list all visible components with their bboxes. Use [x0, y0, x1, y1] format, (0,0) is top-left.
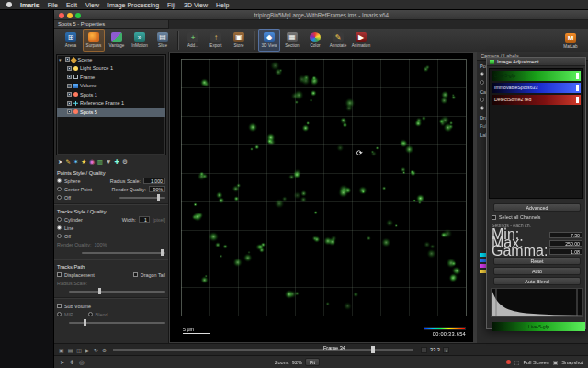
- star-tool-icon[interactable]: ★: [81, 155, 86, 167]
- legend-chip[interactable]: [480, 264, 486, 268]
- displacement-checkbox[interactable]: [57, 272, 62, 277]
- menu-file[interactable]: File: [48, 0, 58, 10]
- blend-radio[interactable]: [88, 312, 93, 316]
- range-handle[interactable]: [576, 85, 579, 91]
- sphere-radio[interactable]: [57, 178, 62, 183]
- loop-icon[interactable]: ↻: [94, 347, 98, 353]
- advanced-button[interactable]: Advanced: [493, 203, 581, 212]
- points-off-radio[interactable]: [57, 195, 62, 200]
- statistics-tool-icon[interactable]: ▥: [97, 155, 103, 167]
- play-icon[interactable]: ▶: [85, 347, 90, 353]
- visibility-checkbox[interactable]: [67, 66, 72, 71]
- settings-tool-icon[interactable]: ⚙: [122, 155, 128, 167]
- frame-slider[interactable]: Frame 34: [113, 349, 413, 351]
- channel-strip-green[interactable]: Live-5-gfp: [492, 71, 581, 81]
- reset-button[interactable]: Reset: [493, 257, 581, 265]
- toolbar-inmotion[interactable]: » InMotion: [129, 29, 151, 52]
- expander-icon[interactable]: ▾: [59, 57, 63, 63]
- channel-strip-red[interactable]: DetectSome2 red: [492, 95, 581, 105]
- select-all-channels-checkbox[interactable]: [492, 215, 496, 220]
- camera-perspective-radio[interactable]: [480, 98, 484, 102]
- color-tool-icon[interactable]: ◉: [89, 155, 95, 167]
- legend-chip[interactable]: [480, 259, 486, 262]
- gamma-input[interactable]: 1.08: [549, 248, 582, 255]
- visibility-checkbox[interactable]: [67, 109, 72, 114]
- mip-radio[interactable]: [57, 312, 62, 316]
- legend-chip[interactable]: [480, 270, 486, 273]
- image-adjustment-window[interactable]: Image Adjustment Live-5-gfp ImmovableSpo…: [486, 57, 586, 329]
- channel-histogram[interactable]: [491, 288, 583, 317]
- legend-chip[interactable]: [480, 253, 486, 257]
- pencil-tool-icon[interactable]: ✎: [65, 155, 70, 167]
- sub-volume-slider[interactable]: [69, 322, 165, 324]
- time-settings-icon[interactable]: ⚙: [102, 347, 107, 353]
- menu-image-processing[interactable]: Image Processing: [107, 0, 159, 10]
- toolbar-store[interactable]: ▣ Store: [228, 29, 250, 52]
- toolbar-color[interactable]: Color: [304, 29, 326, 52]
- pointer-navigate-radio[interactable]: [480, 80, 484, 85]
- toolbar-animation[interactable]: ▶ Animation: [350, 29, 372, 52]
- menu-help[interactable]: Help: [216, 0, 229, 10]
- pointer-tool-icon[interactable]: ➤: [58, 155, 62, 167]
- window-titlebar[interactable]: tripingBin5MyLarge-WithRefFrames.ims - I…: [54, 10, 588, 20]
- toolbar-matlab[interactable]: M MatLab: [560, 29, 582, 52]
- image-adjustment-titlebar[interactable]: Image Adjustment: [487, 58, 585, 66]
- tree-item-frame[interactable]: Frame: [57, 73, 165, 82]
- tree-item-reference-frame[interactable]: Reference Frame 1: [57, 99, 165, 109]
- movie-icon[interactable]: ▤: [68, 347, 74, 353]
- tree-item-volume[interactable]: Volume: [57, 82, 165, 91]
- edit-tool-icon[interactable]: ✚: [114, 155, 119, 167]
- menu-3d-view[interactable]: 3D View: [184, 0, 208, 10]
- pointer-select-radio[interactable]: [480, 72, 484, 76]
- pointer-mode-icon[interactable]: ➤: [60, 359, 64, 366]
- record-icon[interactable]: [506, 360, 511, 364]
- range-handle[interactable]: [576, 73, 579, 79]
- dragon-tail-checkbox[interactable]: [133, 272, 138, 277]
- toolbar-3d-view[interactable]: ◆ 3D View: [258, 29, 280, 52]
- render-quality-slider[interactable]: [119, 197, 165, 199]
- pan-mode-icon[interactable]: ✥: [69, 359, 74, 366]
- frame-slider-thumb[interactable]: [371, 346, 375, 353]
- menu-fiji[interactable]: Fiji: [167, 0, 175, 10]
- visibility-checkbox[interactable]: [67, 84, 72, 88]
- render-quality-input[interactable]: 90%: [149, 186, 165, 192]
- snapshot-button[interactable]: Snapshot: [561, 360, 583, 365]
- range-handle[interactable]: [576, 97, 579, 103]
- radius-scale-input[interactable]: 1.000: [143, 178, 165, 184]
- camera-orthogonal-radio[interactable]: [480, 106, 484, 110]
- snapshot-icon[interactable]: ▣: [59, 347, 64, 353]
- frame-minus-button[interactable]: −: [421, 347, 427, 353]
- toolbar-surpass[interactable]: Surpass: [83, 29, 105, 52]
- tracks-off-radio[interactable]: [57, 234, 62, 238]
- tree-item-spots-1[interactable]: Spots 1: [57, 90, 165, 99]
- path-radius-slider[interactable]: [69, 291, 165, 293]
- min-input[interactable]: 7.30: [549, 232, 582, 238]
- visibility-checkbox[interactable]: [67, 75, 72, 79]
- menu-edit[interactable]: Edit: [66, 0, 77, 10]
- toolbar-arena[interactable]: ⊞ Arena: [60, 29, 82, 52]
- toolbar-slice[interactable]: ▤ Slice: [152, 29, 174, 52]
- center-point-radio[interactable]: [57, 187, 62, 191]
- wand-tool-icon[interactable]: ✶: [74, 155, 78, 167]
- zoom-mode-icon[interactable]: ◎: [79, 359, 85, 366]
- cylinder-radio[interactable]: [57, 217, 62, 222]
- visibility-checkbox[interactable]: [67, 92, 72, 97]
- filter-tool-icon[interactable]: ▼: [106, 155, 111, 167]
- tree-item-light-source[interactable]: Light Source 1: [57, 64, 165, 74]
- full-screen-button[interactable]: Full Screen: [523, 360, 548, 365]
- toolbar-add[interactable]: + Add...: [182, 29, 204, 52]
- line-radio[interactable]: [57, 225, 62, 230]
- toolbar-annotate[interactable]: ✎ Annotate: [327, 29, 349, 52]
- channel-strip-blue[interactable]: ImmovableSpots633: [492, 83, 581, 93]
- toolbar-vantage[interactable]: Vantage: [106, 29, 128, 52]
- save-frame-icon[interactable]: ◫: [76, 347, 82, 353]
- toolbar-export[interactable]: ↑ Export: [205, 29, 227, 52]
- visibility-checkbox[interactable]: [67, 101, 72, 106]
- viewport-3d[interactable]: ⟳ 5 μm 00:00:33.654: [169, 52, 474, 343]
- selected-channel-strip[interactable]: Live-5-gfp: [492, 322, 585, 331]
- sub-volume-checkbox[interactable]: [57, 304, 62, 308]
- tree-item-scene[interactable]: ▾ Scene: [57, 55, 165, 64]
- apple-menu-icon[interactable]: [6, 2, 12, 7]
- track-width-input[interactable]: 1: [139, 216, 150, 223]
- viewport-canvas[interactable]: [170, 53, 473, 342]
